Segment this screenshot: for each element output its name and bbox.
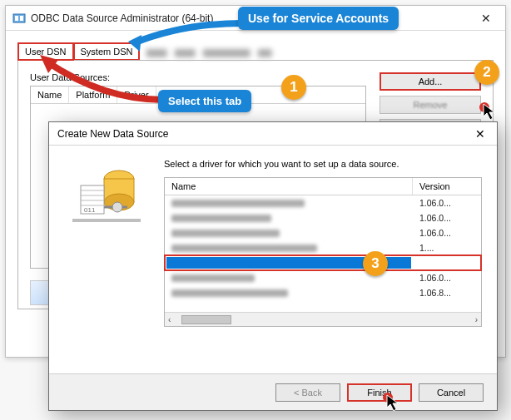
svg-point-13 (112, 202, 122, 212)
driver-row[interactable]: 1.06.8... (165, 285, 481, 300)
cursor-icon (483, 103, 498, 121)
close-icon[interactable]: ✕ (464, 122, 497, 146)
badge-3: 3 (363, 251, 388, 276)
back-button: < Back (275, 383, 340, 402)
odbc-icon (12, 12, 26, 25)
wizard-image-panel: 011 (49, 146, 164, 373)
callout-select-tab: Select this tab (158, 90, 251, 112)
arrow-to-user-dsn (37, 53, 170, 106)
svg-text:011: 011 (84, 206, 96, 214)
remove-button[interactable]: Remove (380, 96, 481, 114)
wizard-button-bar: < Back Finish Cancel (49, 373, 497, 410)
driver-row[interactable]: 1.06.0... (165, 210, 481, 225)
driver-row[interactable]: 1.06.0... (165, 195, 481, 210)
col-driver-name[interactable]: Name (165, 178, 413, 195)
finish-button[interactable]: Finish (347, 383, 412, 402)
database-icon: 011 (69, 157, 144, 232)
driver-row-selected[interactable] (165, 255, 481, 270)
create-data-source-wizard: Create New Data Source ✕ 011 Select a dr… (48, 121, 498, 411)
wizard-instruction: Select a driver for which you want to se… (164, 159, 482, 169)
svg-rect-12 (72, 219, 141, 222)
driver-row[interactable]: 1.06.0... (165, 225, 481, 240)
driver-list-header: Name Version (165, 178, 481, 195)
horizontal-scrollbar[interactable]: ‹› (165, 312, 481, 326)
callout-service-accounts: Use for Service Accounts (238, 7, 399, 30)
badge-1: 1 (281, 75, 306, 100)
close-icon[interactable]: ✕ (467, 6, 505, 31)
svg-marker-14 (128, 35, 141, 52)
cursor-icon (386, 394, 401, 413)
add-button[interactable]: Add... (380, 72, 481, 91)
col-driver-version[interactable]: Version (413, 178, 481, 195)
svg-rect-1 (15, 16, 18, 21)
driver-row[interactable]: 1.... (165, 240, 481, 255)
svg-rect-2 (20, 16, 23, 21)
arrow-to-system-dsn (125, 15, 246, 52)
driver-list[interactable]: Name Version 1.06.0... 1.06.0... 1.06.0.… (164, 177, 482, 327)
cancel-button[interactable]: Cancel (419, 383, 484, 402)
wizard-title: Create New Data Source (57, 128, 168, 140)
badge-2: 2 (474, 60, 499, 85)
wizard-titlebar: Create New Data Source ✕ (49, 122, 497, 146)
driver-row[interactable]: 1.06.0... (165, 270, 481, 285)
